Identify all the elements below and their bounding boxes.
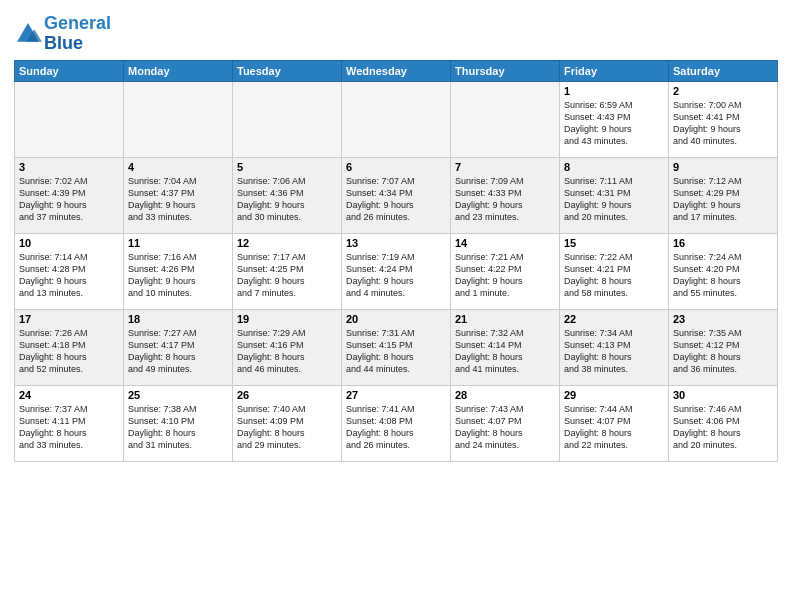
day-cell: 4Sunrise: 7:04 AM Sunset: 4:37 PM Daylig… <box>124 157 233 233</box>
day-info: Sunrise: 7:11 AM Sunset: 4:31 PM Dayligh… <box>564 175 664 224</box>
logo-text: General Blue <box>44 14 111 54</box>
day-info: Sunrise: 7:06 AM Sunset: 4:36 PM Dayligh… <box>237 175 337 224</box>
day-cell: 6Sunrise: 7:07 AM Sunset: 4:34 PM Daylig… <box>342 157 451 233</box>
day-number: 16 <box>673 237 773 249</box>
day-cell: 24Sunrise: 7:37 AM Sunset: 4:11 PM Dayli… <box>15 385 124 461</box>
day-info: Sunrise: 7:37 AM Sunset: 4:11 PM Dayligh… <box>19 403 119 452</box>
day-number: 19 <box>237 313 337 325</box>
calendar-table: SundayMondayTuesdayWednesdayThursdayFrid… <box>14 60 778 462</box>
day-cell: 9Sunrise: 7:12 AM Sunset: 4:29 PM Daylig… <box>669 157 778 233</box>
day-info: Sunrise: 7:02 AM Sunset: 4:39 PM Dayligh… <box>19 175 119 224</box>
day-cell <box>15 81 124 157</box>
day-cell: 2Sunrise: 7:00 AM Sunset: 4:41 PM Daylig… <box>669 81 778 157</box>
day-number: 8 <box>564 161 664 173</box>
day-number: 17 <box>19 313 119 325</box>
day-cell: 11Sunrise: 7:16 AM Sunset: 4:26 PM Dayli… <box>124 233 233 309</box>
day-cell: 22Sunrise: 7:34 AM Sunset: 4:13 PM Dayli… <box>560 309 669 385</box>
page: General Blue SundayMondayTuesdayWednesda… <box>0 0 792 612</box>
day-info: Sunrise: 7:14 AM Sunset: 4:28 PM Dayligh… <box>19 251 119 300</box>
day-info: Sunrise: 7:46 AM Sunset: 4:06 PM Dayligh… <box>673 403 773 452</box>
day-cell: 28Sunrise: 7:43 AM Sunset: 4:07 PM Dayli… <box>451 385 560 461</box>
logo-icon <box>14 20 42 48</box>
day-cell: 23Sunrise: 7:35 AM Sunset: 4:12 PM Dayli… <box>669 309 778 385</box>
day-cell: 7Sunrise: 7:09 AM Sunset: 4:33 PM Daylig… <box>451 157 560 233</box>
day-cell <box>451 81 560 157</box>
day-info: Sunrise: 7:24 AM Sunset: 4:20 PM Dayligh… <box>673 251 773 300</box>
day-number: 9 <box>673 161 773 173</box>
week-row-0: 1Sunrise: 6:59 AM Sunset: 4:43 PM Daylig… <box>15 81 778 157</box>
weekday-header-monday: Monday <box>124 60 233 81</box>
weekday-header-tuesday: Tuesday <box>233 60 342 81</box>
day-cell: 12Sunrise: 7:17 AM Sunset: 4:25 PM Dayli… <box>233 233 342 309</box>
day-number: 28 <box>455 389 555 401</box>
day-cell: 13Sunrise: 7:19 AM Sunset: 4:24 PM Dayli… <box>342 233 451 309</box>
day-cell: 5Sunrise: 7:06 AM Sunset: 4:36 PM Daylig… <box>233 157 342 233</box>
day-number: 15 <box>564 237 664 249</box>
day-cell: 1Sunrise: 6:59 AM Sunset: 4:43 PM Daylig… <box>560 81 669 157</box>
day-cell: 20Sunrise: 7:31 AM Sunset: 4:15 PM Dayli… <box>342 309 451 385</box>
day-number: 1 <box>564 85 664 97</box>
weekday-header-row: SundayMondayTuesdayWednesdayThursdayFrid… <box>15 60 778 81</box>
day-info: Sunrise: 7:09 AM Sunset: 4:33 PM Dayligh… <box>455 175 555 224</box>
day-cell: 30Sunrise: 7:46 AM Sunset: 4:06 PM Dayli… <box>669 385 778 461</box>
day-number: 12 <box>237 237 337 249</box>
day-number: 5 <box>237 161 337 173</box>
day-cell <box>342 81 451 157</box>
weekday-header-sunday: Sunday <box>15 60 124 81</box>
week-row-2: 10Sunrise: 7:14 AM Sunset: 4:28 PM Dayli… <box>15 233 778 309</box>
day-number: 18 <box>128 313 228 325</box>
day-info: Sunrise: 6:59 AM Sunset: 4:43 PM Dayligh… <box>564 99 664 148</box>
day-number: 23 <box>673 313 773 325</box>
day-number: 26 <box>237 389 337 401</box>
day-number: 21 <box>455 313 555 325</box>
day-info: Sunrise: 7:22 AM Sunset: 4:21 PM Dayligh… <box>564 251 664 300</box>
day-number: 2 <box>673 85 773 97</box>
day-number: 29 <box>564 389 664 401</box>
logo: General Blue <box>14 14 111 54</box>
day-info: Sunrise: 7:40 AM Sunset: 4:09 PM Dayligh… <box>237 403 337 452</box>
day-cell: 17Sunrise: 7:26 AM Sunset: 4:18 PM Dayli… <box>15 309 124 385</box>
weekday-header-friday: Friday <box>560 60 669 81</box>
day-info: Sunrise: 7:21 AM Sunset: 4:22 PM Dayligh… <box>455 251 555 300</box>
day-info: Sunrise: 7:26 AM Sunset: 4:18 PM Dayligh… <box>19 327 119 376</box>
day-number: 3 <box>19 161 119 173</box>
day-info: Sunrise: 7:41 AM Sunset: 4:08 PM Dayligh… <box>346 403 446 452</box>
day-cell: 10Sunrise: 7:14 AM Sunset: 4:28 PM Dayli… <box>15 233 124 309</box>
day-number: 14 <box>455 237 555 249</box>
day-cell: 14Sunrise: 7:21 AM Sunset: 4:22 PM Dayli… <box>451 233 560 309</box>
weekday-header-saturday: Saturday <box>669 60 778 81</box>
day-cell: 15Sunrise: 7:22 AM Sunset: 4:21 PM Dayli… <box>560 233 669 309</box>
day-info: Sunrise: 7:43 AM Sunset: 4:07 PM Dayligh… <box>455 403 555 452</box>
day-cell <box>124 81 233 157</box>
day-info: Sunrise: 7:38 AM Sunset: 4:10 PM Dayligh… <box>128 403 228 452</box>
day-cell: 25Sunrise: 7:38 AM Sunset: 4:10 PM Dayli… <box>124 385 233 461</box>
week-row-4: 24Sunrise: 7:37 AM Sunset: 4:11 PM Dayli… <box>15 385 778 461</box>
day-number: 22 <box>564 313 664 325</box>
day-info: Sunrise: 7:16 AM Sunset: 4:26 PM Dayligh… <box>128 251 228 300</box>
day-info: Sunrise: 7:35 AM Sunset: 4:12 PM Dayligh… <box>673 327 773 376</box>
day-cell: 29Sunrise: 7:44 AM Sunset: 4:07 PM Dayli… <box>560 385 669 461</box>
weekday-header-wednesday: Wednesday <box>342 60 451 81</box>
day-cell: 19Sunrise: 7:29 AM Sunset: 4:16 PM Dayli… <box>233 309 342 385</box>
day-info: Sunrise: 7:34 AM Sunset: 4:13 PM Dayligh… <box>564 327 664 376</box>
day-info: Sunrise: 7:32 AM Sunset: 4:14 PM Dayligh… <box>455 327 555 376</box>
day-cell: 21Sunrise: 7:32 AM Sunset: 4:14 PM Dayli… <box>451 309 560 385</box>
day-number: 27 <box>346 389 446 401</box>
day-number: 4 <box>128 161 228 173</box>
day-cell: 16Sunrise: 7:24 AM Sunset: 4:20 PM Dayli… <box>669 233 778 309</box>
day-info: Sunrise: 7:07 AM Sunset: 4:34 PM Dayligh… <box>346 175 446 224</box>
week-row-1: 3Sunrise: 7:02 AM Sunset: 4:39 PM Daylig… <box>15 157 778 233</box>
day-number: 11 <box>128 237 228 249</box>
day-number: 24 <box>19 389 119 401</box>
day-number: 7 <box>455 161 555 173</box>
day-cell: 26Sunrise: 7:40 AM Sunset: 4:09 PM Dayli… <box>233 385 342 461</box>
day-cell: 8Sunrise: 7:11 AM Sunset: 4:31 PM Daylig… <box>560 157 669 233</box>
day-cell <box>233 81 342 157</box>
day-cell: 18Sunrise: 7:27 AM Sunset: 4:17 PM Dayli… <box>124 309 233 385</box>
day-info: Sunrise: 7:00 AM Sunset: 4:41 PM Dayligh… <box>673 99 773 148</box>
day-info: Sunrise: 7:31 AM Sunset: 4:15 PM Dayligh… <box>346 327 446 376</box>
day-number: 20 <box>346 313 446 325</box>
header: General Blue <box>14 10 778 54</box>
week-row-3: 17Sunrise: 7:26 AM Sunset: 4:18 PM Dayli… <box>15 309 778 385</box>
day-info: Sunrise: 7:17 AM Sunset: 4:25 PM Dayligh… <box>237 251 337 300</box>
